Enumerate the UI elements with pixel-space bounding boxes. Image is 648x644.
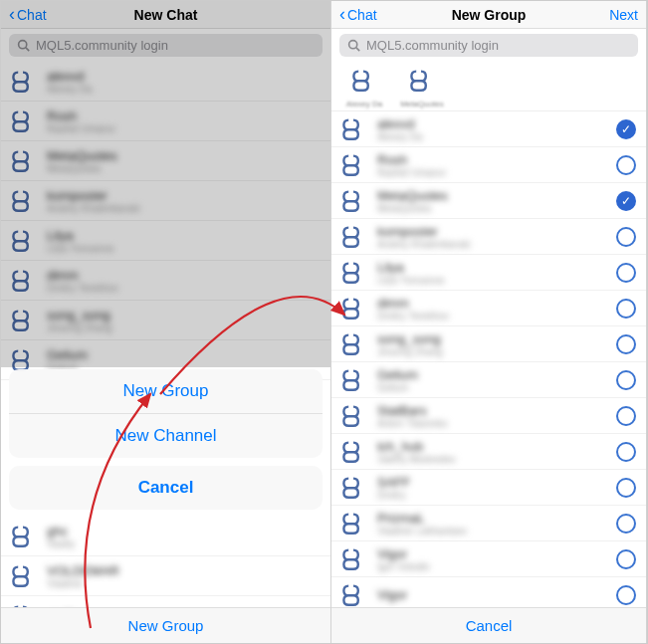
contact-row[interactable]: komposterAndrey Khatimlianski xyxy=(331,219,646,255)
checkbox[interactable] xyxy=(616,442,636,462)
contact-name: Vigor xyxy=(377,546,608,561)
contact-row[interactable]: komposterAndrey Khatimlianski xyxy=(1,181,330,221)
contact-row[interactable]: RoshRashid Umarov xyxy=(1,102,330,141)
contact-name: komposter xyxy=(377,224,608,239)
checkbox[interactable] xyxy=(616,406,636,426)
svg-line-1 xyxy=(26,48,29,51)
checkbox[interactable] xyxy=(616,334,636,354)
action-sheet: New Group New Channel Cancel xyxy=(9,369,323,518)
contact-row[interactable]: GeliumGelium xyxy=(331,362,646,398)
checkbox[interactable] xyxy=(616,155,636,175)
left-pane: ‹ Chat New Chat MQL5.community login ale… xyxy=(1,1,331,643)
contact-sub: Valeriy Medvedev xyxy=(377,454,608,465)
selected-label: Alexey Da xyxy=(341,100,387,108)
contact-icon xyxy=(341,296,367,322)
back-button[interactable]: ‹ Chat xyxy=(9,4,69,25)
contact-row[interactable]: VOLDEMARVladimir xyxy=(1,556,330,596)
contact-icon xyxy=(341,152,367,178)
contact-name: MetaQuotes xyxy=(47,148,321,163)
contact-icon xyxy=(341,439,367,465)
contact-row[interactable]: LilyaLilya Yunusova xyxy=(331,255,646,291)
contact-name: song_song xyxy=(47,308,321,322)
search-input[interactable]: MQL5.community login xyxy=(339,34,638,57)
contact-icon xyxy=(341,511,367,537)
contact-sub: Jinsong Zhang xyxy=(47,322,321,333)
search-icon xyxy=(347,39,360,52)
checkbox[interactable] xyxy=(616,549,636,569)
contact-name: alexvd xyxy=(47,69,321,84)
contact-row[interactable]: MetaQuotesMetaQuotes xyxy=(1,141,330,181)
contact-row[interactable]: StatBarsArtem Titarenko xyxy=(331,398,646,434)
contact-name: ghc xyxy=(47,524,321,538)
contact-icon xyxy=(349,68,379,98)
selected-contact[interactable]: Alexey Da xyxy=(341,68,387,108)
contact-row[interactable]: song_songJinsong Zhang xyxy=(1,301,330,340)
search-input[interactable]: MQL5.community login xyxy=(9,34,323,57)
contact-sub: Lilya Yunusova xyxy=(377,275,608,286)
contact-row[interactable]: LilyaLilya Yunusova xyxy=(1,221,330,261)
page-title: New Group xyxy=(452,7,527,23)
contact-name: dimm xyxy=(377,296,608,311)
svg-point-0 xyxy=(19,41,27,49)
contact-name: Gelium xyxy=(377,367,608,382)
selected-label: MetaQuotes xyxy=(399,100,445,108)
chevron-left-icon: ‹ xyxy=(9,4,15,25)
checkbox[interactable] xyxy=(616,514,636,534)
search-placeholder: MQL5.community login xyxy=(366,38,499,53)
contact-name: PrizmaL xyxy=(377,511,608,526)
contact-icon xyxy=(11,524,37,549)
contact-name: Lilya xyxy=(377,260,608,275)
contact-sub: Artem Titarenko xyxy=(377,418,608,429)
contact-row[interactable]: alexvdAlexey Da✓ xyxy=(331,111,646,147)
contact-name: komposter xyxy=(47,188,321,203)
checkbox[interactable] xyxy=(616,227,636,247)
contact-icon xyxy=(11,148,37,174)
contact-name: Lilya xyxy=(47,228,321,243)
contact-row[interactable]: SAFFDmitry xyxy=(331,470,646,506)
checkbox[interactable] xyxy=(616,478,636,498)
selected-contact[interactable]: MetaQuotes xyxy=(399,68,445,108)
checkbox[interactable] xyxy=(616,263,636,283)
contact-row[interactable]: dimmDmitry Terekhov xyxy=(1,261,330,301)
contact-name: alexvd xyxy=(377,116,608,131)
contact-sub: Alexey Da xyxy=(377,131,608,142)
search-placeholder: MQL5.community login xyxy=(36,38,168,53)
contact-icon xyxy=(11,563,37,589)
contact-sub: Rashid Umarov xyxy=(377,167,608,178)
new-channel-option[interactable]: New Channel xyxy=(9,414,323,458)
new-group-button[interactable]: New Group xyxy=(1,607,330,643)
contact-sub: Rashid Umarov xyxy=(47,123,321,134)
cancel-button[interactable]: Cancel xyxy=(9,466,323,510)
cancel-button[interactable]: Cancel xyxy=(331,607,646,643)
contact-row[interactable]: dimmDmitry Terekhov xyxy=(331,291,646,326)
contact-row[interactable]: RoshRashid Umarov xyxy=(331,147,646,183)
next-button[interactable]: Next xyxy=(578,7,638,23)
contact-row[interactable]: PrizmaLVladimir Lekhantsev xyxy=(331,506,646,541)
contact-name: dimm xyxy=(47,268,321,283)
back-label: Chat xyxy=(17,7,47,23)
contact-row[interactable]: alexvdAlexey Da xyxy=(1,62,330,102)
back-button[interactable]: ‹ Chat xyxy=(339,4,399,25)
contact-name: Rosh xyxy=(47,108,321,123)
contact-row[interactable]: ghcVasiliy xyxy=(1,517,330,556)
right-pane: ‹ Chat New Group Next MQL5.community log… xyxy=(331,1,647,643)
checkbox[interactable] xyxy=(616,299,636,319)
cancel-label: Cancel xyxy=(466,617,513,634)
contact-sub: Alexey Da xyxy=(47,84,321,95)
contact-sub: MetaQuotes xyxy=(47,163,321,174)
contact-icon xyxy=(407,68,437,98)
contact-row[interactable]: MetaQuotesMetaQuotes✓ xyxy=(331,183,646,219)
contact-row[interactable]: song_songJinsong Zhang xyxy=(331,326,646,362)
chevron-left-icon: ‹ xyxy=(339,4,345,25)
new-group-option[interactable]: New Group xyxy=(9,369,323,414)
contact-row[interactable]: VigorIgor Volodin xyxy=(331,541,646,577)
contact-icon xyxy=(341,546,367,572)
contact-icon xyxy=(341,331,367,357)
contact-name: SAFF xyxy=(377,475,608,490)
checkbox[interactable]: ✓ xyxy=(616,119,636,139)
contact-name: MetaQuotes xyxy=(377,188,608,203)
checkbox[interactable] xyxy=(616,370,636,390)
checkbox[interactable]: ✓ xyxy=(616,191,636,211)
checkbox[interactable] xyxy=(616,585,636,605)
contact-row[interactable]: tch_hubValeriy Medvedev xyxy=(331,434,646,470)
